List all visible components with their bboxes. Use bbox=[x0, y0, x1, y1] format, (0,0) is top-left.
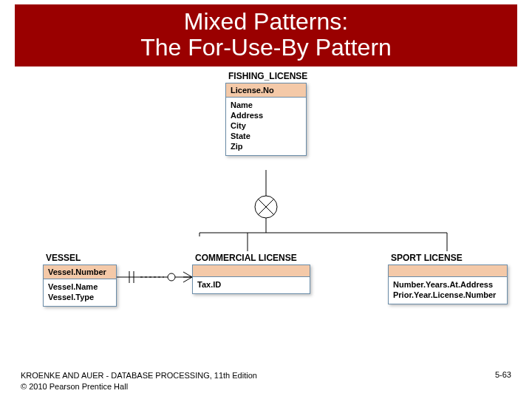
entity-pk: License.No bbox=[226, 83, 306, 98]
svg-line-15 bbox=[183, 277, 192, 282]
entity-box: Tax.ID bbox=[192, 265, 310, 294]
slide-footer: KROENKE AND AUER - DATABASE PROCESSING, … bbox=[21, 370, 511, 392]
attr: Zip bbox=[231, 141, 301, 151]
attr: Number.Years.At.Address bbox=[393, 279, 502, 290]
svg-line-14 bbox=[183, 272, 192, 277]
er-diagram: FISHING_LICENSE License.No Name Address … bbox=[0, 66, 532, 369]
svg-point-13 bbox=[168, 273, 175, 281]
attr: Vessel.Type bbox=[48, 292, 112, 302]
entity-title: VESSEL bbox=[43, 251, 117, 265]
attr: Name bbox=[231, 100, 301, 110]
attr: Prior.Year.License.Number bbox=[393, 290, 502, 300]
page-number: 5-63 bbox=[495, 370, 511, 392]
svg-point-1 bbox=[255, 196, 277, 218]
entity-box: Vessel.Number Vessel.Name Vessel.Type bbox=[43, 265, 117, 307]
attr: Address bbox=[231, 110, 301, 120]
entity-title: SPORT LICENSE bbox=[388, 251, 508, 265]
entity-title: COMMERCIAL LICENSE bbox=[192, 251, 310, 265]
attr: Vessel.Name bbox=[48, 282, 112, 292]
entity-pk bbox=[389, 265, 507, 277]
footer-credits: KROENKE AND AUER - DATABASE PROCESSING, … bbox=[21, 370, 257, 392]
title-line-2: The For-Use-By Pattern bbox=[140, 34, 392, 61]
entity-vessel: VESSEL Vessel.Number Vessel.Name Vessel.… bbox=[43, 251, 117, 307]
slide-title: Mixed Patterns: The For-Use-By Pattern bbox=[15, 9, 517, 61]
entity-attrs: Vessel.Name Vessel.Type bbox=[44, 279, 116, 306]
entity-box: License.No Name Address City State Zip bbox=[225, 83, 307, 156]
slide-title-banner: Mixed Patterns: The For-Use-By Pattern bbox=[15, 4, 517, 66]
entity-pk bbox=[193, 265, 310, 277]
credit-line-1: KROENKE AND AUER - DATABASE PROCESSING, … bbox=[21, 370, 257, 381]
credit-line-2: © 2010 Pearson Prentice Hall bbox=[21, 381, 257, 392]
attr: City bbox=[231, 120, 301, 131]
entity-title: FISHING_LICENSE bbox=[225, 69, 307, 83]
entity-fishing-license: FISHING_LICENSE License.No Name Address … bbox=[225, 69, 307, 156]
entity-sport-license: SPORT LICENSE Number.Years.At.Address Pr… bbox=[388, 251, 508, 304]
entity-pk: Vessel.Number bbox=[44, 265, 116, 279]
attr: State bbox=[231, 131, 301, 141]
entity-attrs: Tax.ID bbox=[193, 277, 310, 293]
svg-line-2 bbox=[258, 199, 274, 215]
svg-line-3 bbox=[258, 199, 274, 215]
entity-attrs: Number.Years.At.Address Prior.Year.Licen… bbox=[389, 277, 507, 304]
title-line-1: Mixed Patterns: bbox=[184, 8, 348, 35]
entity-commercial-license: COMMERCIAL LICENSE Tax.ID bbox=[192, 251, 310, 294]
entity-attrs: Name Address City State Zip bbox=[226, 98, 306, 155]
attr: Tax.ID bbox=[197, 279, 305, 290]
entity-box: Number.Years.At.Address Prior.Year.Licen… bbox=[388, 265, 508, 304]
